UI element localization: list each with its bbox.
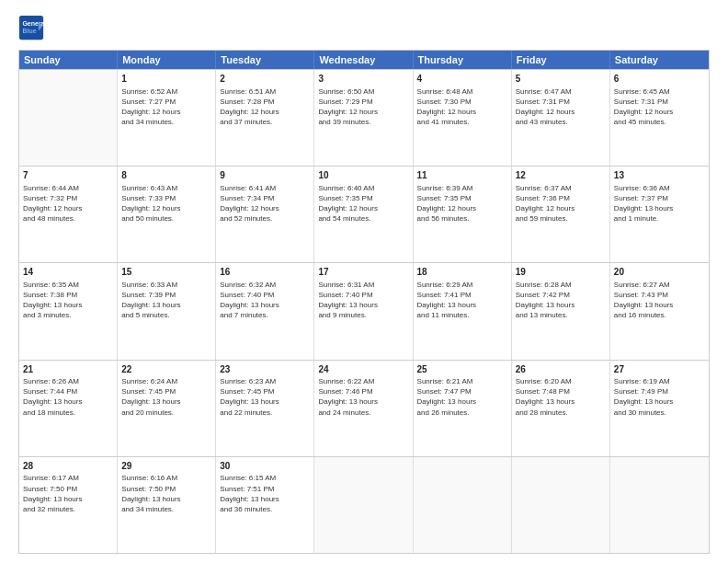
day-number: 29: [121, 460, 211, 473]
day-info: Sunrise: 6:41 AM Sunset: 7:34 PM Dayligh…: [220, 183, 310, 224]
day-info: Sunrise: 6:48 AM Sunset: 7:30 PM Dayligh…: [417, 86, 507, 128]
day-number: 3: [318, 73, 408, 86]
calendar-cell: 9Sunrise: 6:41 AM Sunset: 7:34 PM Daylig…: [216, 167, 314, 262]
day-info: Sunrise: 6:20 AM Sunset: 7:48 PM Dayligh…: [516, 376, 606, 418]
calendar-cell: 19Sunrise: 6:28 AM Sunset: 7:42 PM Dayli…: [512, 263, 610, 359]
calendar-cell: 28Sunrise: 6:17 AM Sunset: 7:50 PM Dayli…: [19, 457, 118, 553]
calendar-cell: 25Sunrise: 6:21 AM Sunset: 7:47 PM Dayli…: [414, 361, 512, 456]
day-info: Sunrise: 6:36 AM Sunset: 7:37 PM Dayligh…: [614, 183, 705, 224]
day-number: 19: [516, 266, 606, 279]
day-number: 21: [23, 363, 113, 376]
calendar-cell: 3Sunrise: 6:50 AM Sunset: 7:29 PM Daylig…: [314, 70, 413, 166]
calendar-cell: 13Sunrise: 6:36 AM Sunset: 7:37 PM Dayli…: [610, 167, 709, 262]
calendar-cell: 21Sunrise: 6:26 AM Sunset: 7:44 PM Dayli…: [19, 361, 118, 456]
day-number: 18: [417, 266, 507, 279]
day-number: 11: [417, 169, 507, 182]
day-number: 5: [516, 73, 606, 86]
calendar-row: 21Sunrise: 6:26 AM Sunset: 7:44 PM Dayli…: [19, 360, 709, 456]
day-number: 25: [417, 363, 507, 376]
day-number: 12: [516, 169, 606, 182]
calendar-cell: 14Sunrise: 6:35 AM Sunset: 7:38 PM Dayli…: [19, 263, 118, 359]
day-number: 8: [121, 169, 211, 182]
day-info: Sunrise: 6:44 AM Sunset: 7:32 PM Dayligh…: [23, 183, 113, 224]
calendar-cell: 15Sunrise: 6:33 AM Sunset: 7:39 PM Dayli…: [118, 263, 216, 359]
calendar-row: 1Sunrise: 6:52 AM Sunset: 7:27 PM Daylig…: [19, 69, 709, 166]
day-number: 27: [614, 363, 705, 376]
day-number: 10: [318, 169, 408, 182]
calendar-row: 28Sunrise: 6:17 AM Sunset: 7:50 PM Dayli…: [19, 456, 709, 553]
day-number: 22: [121, 363, 211, 376]
calendar-cell: 30Sunrise: 6:15 AM Sunset: 7:51 PM Dayli…: [216, 457, 314, 553]
calendar-header-cell: Sunday: [19, 51, 118, 69]
calendar-cell: 26Sunrise: 6:20 AM Sunset: 7:48 PM Dayli…: [512, 361, 610, 456]
calendar-cell: 2Sunrise: 6:51 AM Sunset: 7:28 PM Daylig…: [216, 70, 314, 166]
day-number: 4: [417, 73, 507, 86]
day-info: Sunrise: 6:16 AM Sunset: 7:50 PM Dayligh…: [121, 473, 211, 514]
day-info: Sunrise: 6:51 AM Sunset: 7:28 PM Dayligh…: [220, 86, 310, 128]
day-number: 2: [220, 73, 310, 86]
calendar-cell: 18Sunrise: 6:29 AM Sunset: 7:41 PM Dayli…: [414, 263, 512, 359]
day-info: Sunrise: 6:32 AM Sunset: 7:40 PM Dayligh…: [220, 280, 310, 321]
calendar-cell: 1Sunrise: 6:52 AM Sunset: 7:27 PM Daylig…: [118, 70, 216, 166]
calendar-cell: 20Sunrise: 6:27 AM Sunset: 7:43 PM Dayli…: [610, 263, 709, 359]
day-info: Sunrise: 6:40 AM Sunset: 7:35 PM Dayligh…: [318, 183, 408, 224]
day-info: Sunrise: 6:50 AM Sunset: 7:29 PM Dayligh…: [318, 86, 408, 128]
calendar-header-cell: Monday: [118, 51, 216, 69]
calendar-cell: 6Sunrise: 6:45 AM Sunset: 7:31 PM Daylig…: [610, 70, 709, 166]
day-number: 15: [121, 266, 211, 279]
calendar-row: 7Sunrise: 6:44 AM Sunset: 7:32 PM Daylig…: [19, 166, 709, 262]
calendar-cell: [19, 70, 118, 166]
day-info: Sunrise: 6:39 AM Sunset: 7:35 PM Dayligh…: [417, 183, 507, 224]
day-info: Sunrise: 6:47 AM Sunset: 7:31 PM Dayligh…: [516, 86, 606, 128]
day-number: 24: [318, 363, 408, 376]
day-info: Sunrise: 6:23 AM Sunset: 7:45 PM Dayligh…: [220, 376, 310, 418]
calendar-cell: 24Sunrise: 6:22 AM Sunset: 7:46 PM Dayli…: [314, 361, 413, 456]
calendar-header-cell: Wednesday: [314, 51, 413, 69]
day-info: Sunrise: 6:24 AM Sunset: 7:45 PM Dayligh…: [121, 376, 211, 418]
day-info: Sunrise: 6:52 AM Sunset: 7:27 PM Dayligh…: [121, 86, 211, 128]
calendar-cell: 4Sunrise: 6:48 AM Sunset: 7:30 PM Daylig…: [414, 70, 512, 166]
day-info: Sunrise: 6:19 AM Sunset: 7:49 PM Dayligh…: [614, 376, 705, 418]
day-info: Sunrise: 6:43 AM Sunset: 7:33 PM Dayligh…: [121, 183, 211, 224]
day-number: 16: [220, 266, 310, 279]
calendar-cell: 23Sunrise: 6:23 AM Sunset: 7:45 PM Dayli…: [216, 361, 314, 456]
calendar-cell: 8Sunrise: 6:43 AM Sunset: 7:33 PM Daylig…: [118, 167, 216, 262]
day-info: Sunrise: 6:31 AM Sunset: 7:40 PM Dayligh…: [318, 280, 408, 321]
day-info: Sunrise: 6:45 AM Sunset: 7:31 PM Dayligh…: [614, 86, 705, 128]
calendar-header-cell: Saturday: [610, 51, 709, 69]
day-info: Sunrise: 6:26 AM Sunset: 7:44 PM Dayligh…: [23, 376, 113, 418]
calendar: SundayMondayTuesdayWednesdayThursdayFrid…: [18, 50, 710, 554]
logo: General Blue: [18, 15, 48, 40]
calendar-cell: [414, 457, 512, 553]
day-info: Sunrise: 6:17 AM Sunset: 7:50 PM Dayligh…: [23, 473, 113, 514]
day-info: Sunrise: 6:28 AM Sunset: 7:42 PM Dayligh…: [516, 280, 606, 321]
day-number: 23: [220, 363, 310, 376]
calendar-cell: 11Sunrise: 6:39 AM Sunset: 7:35 PM Dayli…: [414, 167, 512, 262]
calendar-cell: 29Sunrise: 6:16 AM Sunset: 7:50 PM Dayli…: [118, 457, 216, 553]
day-info: Sunrise: 6:33 AM Sunset: 7:39 PM Dayligh…: [121, 280, 211, 321]
day-number: 1: [121, 73, 211, 86]
day-number: 6: [614, 73, 705, 86]
calendar-header-cell: Friday: [512, 51, 610, 69]
day-info: Sunrise: 6:21 AM Sunset: 7:47 PM Dayligh…: [417, 376, 507, 418]
day-info: Sunrise: 6:37 AM Sunset: 7:36 PM Dayligh…: [516, 183, 606, 224]
calendar-cell: [512, 457, 610, 553]
day-info: Sunrise: 6:35 AM Sunset: 7:38 PM Dayligh…: [23, 280, 113, 321]
day-number: 28: [23, 460, 113, 473]
day-info: Sunrise: 6:29 AM Sunset: 7:41 PM Dayligh…: [417, 280, 507, 321]
day-number: 26: [516, 363, 606, 376]
day-info: Sunrise: 6:27 AM Sunset: 7:43 PM Dayligh…: [614, 280, 705, 321]
calendar-header: SundayMondayTuesdayWednesdayThursdayFrid…: [19, 51, 709, 69]
calendar-cell: 10Sunrise: 6:40 AM Sunset: 7:35 PM Dayli…: [314, 167, 413, 262]
calendar-header-cell: Thursday: [414, 51, 512, 69]
calendar-cell: 22Sunrise: 6:24 AM Sunset: 7:45 PM Dayli…: [118, 361, 216, 456]
day-number: 17: [318, 266, 408, 279]
calendar-cell: 27Sunrise: 6:19 AM Sunset: 7:49 PM Dayli…: [610, 361, 709, 456]
day-number: 13: [614, 169, 705, 182]
calendar-cell: 16Sunrise: 6:32 AM Sunset: 7:40 PM Dayli…: [216, 263, 314, 359]
calendar-cell: 17Sunrise: 6:31 AM Sunset: 7:40 PM Dayli…: [314, 263, 413, 359]
day-number: 30: [220, 460, 310, 473]
day-number: 20: [614, 266, 705, 279]
calendar-cell: [314, 457, 413, 553]
calendar-row: 14Sunrise: 6:35 AM Sunset: 7:38 PM Dayli…: [19, 262, 709, 359]
